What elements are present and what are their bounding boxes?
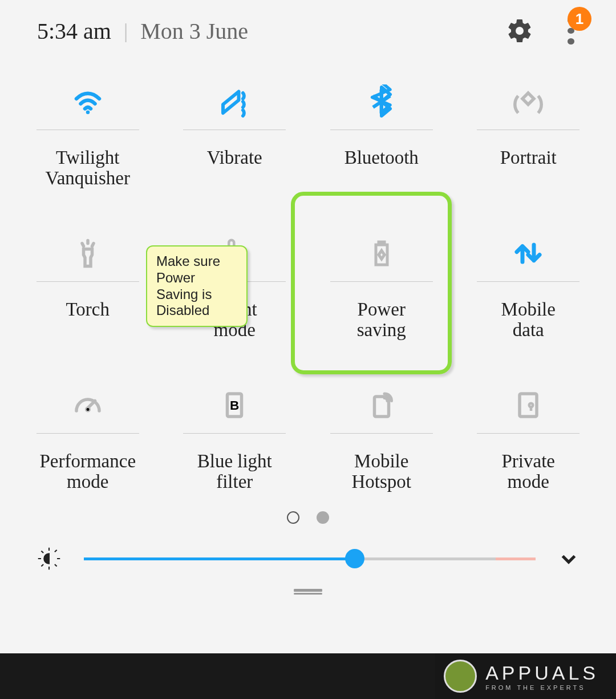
tile-label: Portrait [500,147,557,191]
tile-bluetooth[interactable]: Bluetooth [317,67,447,191]
tile-bluelight[interactable]: BBlue light filter [170,371,300,494]
settings-icon[interactable] [506,17,533,45]
watermark-logo-icon [444,660,477,693]
svg-point-5 [529,403,533,407]
status-time: 5:34 am [37,18,111,45]
pager-dot-1[interactable] [287,511,299,524]
private-icon [477,377,579,434]
tile-rotate[interactable]: Portrait [464,67,594,191]
svg-point-0 [86,407,90,411]
notification-badge: 1 [568,7,591,31]
tile-label: Vibrate [207,147,262,191]
tile-gauge[interactable]: Performance mode [23,371,153,494]
watermark: APPUALS FROM THE EXPERTS [0,653,616,699]
brightness-thumb[interactable] [345,549,364,568]
bluetooth-icon [330,73,433,130]
tile-label: Performance mode [39,451,136,494]
tile-vibrate[interactable]: Vibrate [170,67,300,191]
chevron-down-icon[interactable] [558,548,579,569]
tile-label: Mobile Hotspot [351,451,411,494]
watermark-tagline: FROM THE EXPERTS [485,684,599,691]
brightness-icon [37,547,61,571]
watermark-brand: APPUALS [485,662,599,684]
drag-handle[interactable] [0,588,616,592]
vibrate-icon [183,73,286,130]
highlight-box [291,192,452,374]
callout-tooltip: Make sure Power Saving is Disabled [146,245,248,327]
status-date: Mon 3 June [140,18,248,45]
status-divider: | [124,19,128,43]
tile-label: Blue light filter [197,451,272,494]
tile-torch[interactable]: Torch [23,219,153,342]
brightness-slider[interactable] [84,557,536,560]
svg-text:B: B [230,398,239,412]
tile-label: Twilight Vanquisher [46,147,130,191]
tile-label: Bluetooth [345,147,419,191]
tile-private[interactable]: Private mode [464,371,594,494]
pager-dot-2[interactable] [317,511,329,524]
bluelight-icon: B [183,377,286,434]
tile-updown[interactable]: Mobile data [464,219,594,342]
hotspot-icon [330,377,433,434]
tile-wifi[interactable]: Twilight Vanquisher [23,67,153,191]
gauge-icon [37,377,139,434]
page-indicator[interactable] [0,511,616,524]
wifi-icon [37,73,139,130]
tile-label: Private mode [502,451,555,494]
rotate-icon [477,73,579,130]
tile-hotspot[interactable]: Mobile Hotspot [317,371,447,494]
torch-icon [37,225,139,282]
overflow-menu-icon[interactable]: 1 [568,17,579,45]
updown-icon [477,225,579,282]
tile-label: Mobile data [501,299,556,342]
tile-label: Torch [66,299,110,342]
